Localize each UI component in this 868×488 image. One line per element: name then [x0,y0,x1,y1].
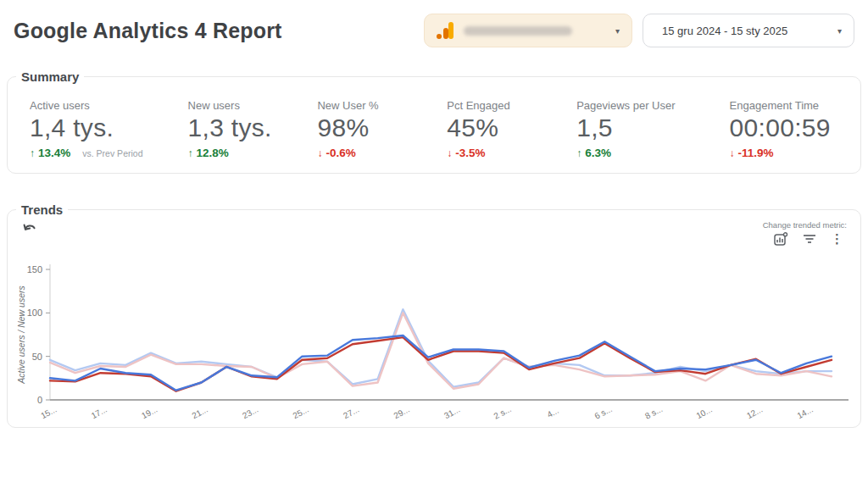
arrow-up-icon: ↑ [30,147,35,159]
delta-value: -11.9% [738,147,774,159]
svg-text:19...: 19... [140,404,159,420]
svg-text:150: 150 [27,264,42,274]
chevron-down-icon: ▾ [615,26,620,36]
delta-value: -0.6% [326,147,355,159]
svg-text:12...: 12... [745,404,764,420]
header: Google Analytics 4 Report ▾ 15 gru 2024 … [0,0,868,47]
metric-engagement-time: Engagement Time 00:00:59 ↓ -11.9% [730,99,838,159]
delta-value: 6.3% [585,147,611,159]
date-range-label: 15 gru 2024 - 15 sty 2025 [662,25,787,37]
metric-active-users: Active users 1,4 tys. ↑ 13.4% vs. Prev P… [30,99,188,159]
svg-text:15...: 15... [39,404,58,420]
svg-text:4...: 4... [545,405,559,419]
metric-delta: ↓ -11.9% [730,147,838,159]
delta-value: -3.5% [455,147,485,159]
ga4-report-page: Google Analytics 4 Report ▾ 15 gru 2024 … [0,0,868,488]
svg-text:25...: 25... [292,404,310,420]
svg-text:31...: 31... [442,404,461,420]
metric-value: 1,5 [576,114,729,143]
summary-legend: Summary [16,69,84,84]
metric-label: New User % [317,99,447,112]
account-name-redacted [464,26,572,36]
metric-value: 1,4 tys. [30,114,188,143]
svg-text:0: 0 [37,395,42,405]
trends-legend: Trends [16,202,68,217]
arrow-down-icon: ↓ [730,147,735,159]
metric-delta: ↓ -0.6% [317,147,447,159]
trended-metric-controls: Change trended metric: [763,220,847,246]
account-selector-dropdown[interactable]: ▾ [424,14,632,47]
trend-chart-svg: 05010015015...17...19...21...23...25...2… [14,261,862,439]
google-analytics-logo-icon [437,22,455,39]
svg-text:21...: 21... [191,404,209,420]
undo-icon[interactable] [21,220,40,235]
arrow-down-icon: ↓ [317,147,322,159]
delta-value: 12.8% [197,147,229,159]
metric-label: Active users [30,99,188,112]
metric-label: Pct Engaged [447,99,576,112]
arrow-up-icon: ↑ [576,147,581,159]
chart-settings-icon[interactable] [774,232,788,246]
metric-value: 45% [447,114,576,143]
vs-prev-period-label: vs. Prev Period [82,148,142,158]
trend-control-icons: ⋮ [763,232,847,246]
metric-new-user-pct: New User % 98% ↓ -0.6% [317,99,447,159]
header-controls: ▾ 15 gru 2024 - 15 sty 2025 ▾ [424,14,854,47]
svg-text:8 s...: 8 s... [643,403,664,420]
date-range-dropdown[interactable]: 15 gru 2024 - 15 sty 2025 ▾ [643,14,854,47]
metric-delta: ↑ 12.8% [188,147,318,159]
metric-delta: ↑ 13.4% vs. Prev Period [30,147,188,159]
metric-label: Engagement Time [730,99,838,112]
metric-new-users: New users 1,3 tys. ↑ 12.8% [188,99,318,159]
trends-line-chart[interactable]: 05010015015...17...19...21...23...25...2… [14,261,862,439]
metric-delta: ↑ 6.3% [576,147,729,159]
more-options-kebab-icon[interactable]: ⋮ [831,233,843,245]
metric-delta: ↓ -3.5% [447,147,576,159]
metric-value: 00:00:59 [730,114,838,143]
summary-panel: Summary Active users 1,4 tys. ↑ 13.4% vs… [7,69,861,174]
metric-label: Pageviews per User [576,99,729,112]
filter-icon[interactable] [803,234,816,244]
svg-text:6 s...: 6 s... [593,403,614,420]
svg-text:2 s...: 2 s... [492,403,513,420]
summary-metrics: Active users 1,4 tys. ↑ 13.4% vs. Prev P… [8,84,860,173]
page-title: Google Analytics 4 Report [14,19,282,43]
metric-value: 1,3 tys. [188,114,318,143]
arrow-down-icon: ↓ [447,147,452,159]
arrow-up-icon: ↑ [188,147,193,159]
metric-value: 98% [317,114,447,143]
svg-text:Active users / New users: Active users / New users [16,285,26,384]
svg-text:23...: 23... [241,404,259,420]
svg-text:100: 100 [27,308,42,318]
svg-text:27...: 27... [342,404,360,420]
metric-label: New users [188,99,318,112]
delta-value: 13.4% [38,147,70,159]
svg-text:17...: 17... [90,404,108,420]
chevron-down-icon: ▾ [837,26,842,36]
trends-panel: Trends Change trended metric: [7,202,861,428]
metric-pageviews-per-user: Pageviews per User 1,5 ↑ 6.3% [576,99,729,159]
trends-header: Change trended metric: [8,217,860,246]
change-trended-metric-label: Change trended metric: [763,220,847,230]
svg-text:50: 50 [32,351,42,361]
metric-pct-engaged: Pct Engaged 45% ↓ -3.5% [447,99,576,159]
svg-text:14...: 14... [795,404,814,420]
svg-text:29...: 29... [392,404,411,420]
svg-text:10...: 10... [694,404,713,420]
